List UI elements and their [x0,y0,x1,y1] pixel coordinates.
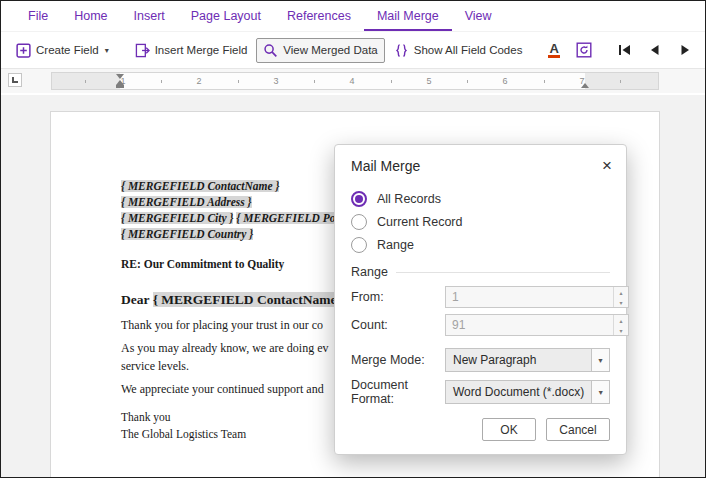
from-label: From: [351,290,445,304]
radio-icon [351,214,367,230]
left-indent-marker[interactable] [116,85,124,88]
merge-mode-label: Merge Mode: [351,353,445,367]
merge-mode-select[interactable]: New Paragraph ▼ [445,348,610,372]
merge-field-country: { MERGEFIELD Country } [121,228,253,240]
magnifier-icon [263,43,278,58]
tab-mail-merge[interactable]: Mail Merge [364,1,452,31]
first-line-indent-marker[interactable] [116,74,124,79]
tab-view[interactable]: View [452,1,505,31]
count-input[interactable]: ▴ ▾ [445,314,629,336]
next-record-icon [678,44,692,56]
show-all-field-codes-label: Show All Field Codes [414,44,523,56]
horizontal-ruler: 1 2 3 4 5 6 7 [51,72,659,90]
show-all-field-codes-button[interactable]: Show All Field Codes [387,38,530,63]
ruler-tick [161,80,162,83]
radio-current-record[interactable]: Current Record [351,212,610,232]
range-section-label: Range [351,265,388,279]
insert-field-icon [135,43,150,58]
radio-icon [351,237,367,253]
count-row: Count: ▴ ▾ [351,314,610,336]
dialog-header: Mail Merge × [335,145,626,176]
refresh-box-icon [576,42,592,58]
mail-merge-dialog: Mail Merge × All Records Current Record … [334,144,627,455]
refresh-merged-data-button[interactable] [569,37,599,63]
from-value-field[interactable] [446,287,613,307]
dialog-body: All Records Current Record Range Range F… [335,176,626,454]
braces-icon [394,43,409,58]
spin-up-icon[interactable]: ▴ [614,287,628,297]
create-field-button[interactable]: Create Field ▾ [9,38,116,63]
ruler-bar: 1 2 3 4 5 6 7 [1,69,705,93]
mail-merge-toolbar: Create Field ▾ Insert Merge Field View M… [1,31,705,69]
ruler-number: 6 [502,73,507,89]
merge-field-contactname: { MERGEFIELD ContactName } [121,180,279,192]
first-record-button[interactable] [611,39,639,61]
radio-all-records[interactable]: All Records [351,189,610,209]
count-label: Count: [351,318,445,332]
view-merged-data-label: View Merged Data [283,44,377,56]
insert-merge-field-button[interactable]: Insert Merge Field [128,38,255,63]
right-indent-marker[interactable] [581,83,589,88]
first-record-icon [618,44,632,56]
from-input[interactable]: ▴ ▾ [445,286,629,308]
merge-field-contactname-salutation: { MERGEFIELD ContactName } [153,292,346,307]
tab-stop-icon [12,77,18,83]
section-divider [396,272,610,273]
range-section-header: Range [351,264,610,280]
ruler-tick [314,80,315,83]
chevron-down-icon[interactable]: ▾ [105,46,109,55]
tab-references[interactable]: References [274,1,364,31]
tab-home[interactable]: Home [61,1,120,31]
tab-page-layout[interactable]: Page Layout [178,1,274,31]
previous-record-button[interactable] [641,39,669,61]
document-format-label: Document Format: [351,378,445,406]
tab-stop-selector[interactable] [8,73,22,87]
radio-current-record-label: Current Record [377,215,462,229]
radio-selected-icon [351,191,367,207]
cancel-button[interactable]: Cancel [546,418,610,441]
close-icon[interactable]: × [602,157,612,174]
chevron-down-icon[interactable]: ▼ [591,348,610,372]
spin-down-icon[interactable]: ▾ [614,297,628,307]
merge-mode-value: New Paragraph [445,348,592,372]
document-format-row: Document Format: Word Document (*.docx) … [351,378,610,406]
ruler-tick [85,80,86,83]
font-highlight-icon: A [548,42,559,58]
from-spinner: ▴ ▾ [613,287,628,307]
from-row: From: ▴ ▾ [351,286,610,308]
ruler-number: 3 [273,73,278,89]
previous-record-icon [648,44,662,56]
tab-insert[interactable]: Insert [121,1,178,31]
ruler-tick [238,80,239,83]
spin-down-icon[interactable]: ▾ [614,325,628,335]
insert-merge-field-label: Insert Merge Field [155,44,248,56]
count-value-field[interactable] [446,315,613,335]
spin-up-icon[interactable]: ▴ [614,315,628,325]
radio-range[interactable]: Range [351,235,610,255]
tab-file[interactable]: File [15,1,61,31]
dialog-title: Mail Merge [351,158,420,174]
next-record-button[interactable] [671,39,699,61]
ruler-number: 5 [426,73,431,89]
ruler-tick [391,80,392,83]
rich-text-editor-window: File Home Insert Page Layout References … [0,0,706,478]
ruler-number: 2 [196,73,201,89]
merge-field-address: { MERGEFIELD Address } [121,196,252,208]
dialog-button-row: OK Cancel [351,418,610,441]
view-merged-data-button[interactable]: View Merged Data [256,38,384,63]
chevron-down-icon[interactable]: ▼ [591,380,610,404]
ruler-number: 4 [349,73,354,89]
radio-all-records-label: All Records [377,192,441,206]
merge-mode-row: Merge Mode: New Paragraph ▼ [351,348,610,372]
salutation-prefix: Dear [121,292,153,307]
document-format-select[interactable]: Word Document (*.docx) ▼ [445,380,610,404]
ruler-tick [544,80,545,83]
plus-box-icon [16,43,31,58]
ok-button[interactable]: OK [482,418,536,441]
merge-field-city: { MERGEFIELD City } [121,212,233,224]
count-spinner: ▴ ▾ [613,315,628,335]
ruler-tick [467,80,468,83]
highlight-merge-fields-button[interactable]: A [541,37,566,63]
last-record-button[interactable] [701,39,706,61]
ribbon-tabbar: File Home Insert Page Layout References … [1,1,705,31]
